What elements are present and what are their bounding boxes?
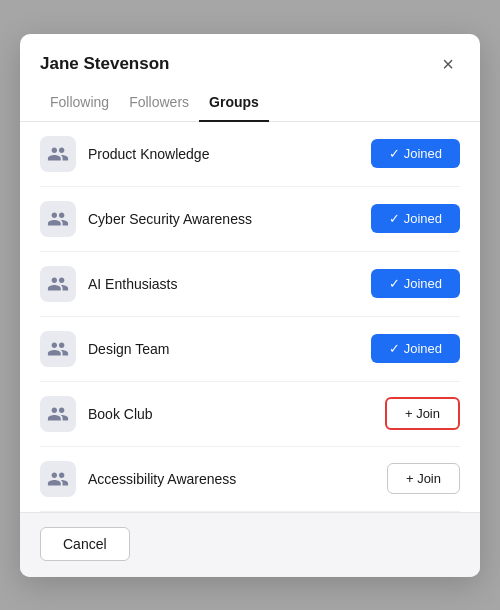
people-icon [47,338,69,360]
join-button[interactable]: + Join [385,397,460,430]
joined-button[interactable]: ✓ Joined [371,139,460,168]
group-icon [40,331,76,367]
modal: Jane Stevenson × Following Followers Gro… [20,34,480,577]
modal-title: Jane Stevenson [40,54,169,74]
list-item: Product Knowledge ✓ Joined [40,122,460,187]
close-button[interactable]: × [436,52,460,76]
tab-groups[interactable]: Groups [199,88,269,122]
group-name: Cyber Security Awareness [88,211,359,227]
list-item: AI Enthusiasts ✓ Joined [40,252,460,317]
group-name: Product Knowledge [88,146,359,162]
group-icon [40,396,76,432]
group-icon [40,136,76,172]
people-icon [47,208,69,230]
tab-followers[interactable]: Followers [119,88,199,122]
modal-header: Jane Stevenson × [20,34,480,76]
list-item: Design Team ✓ Joined [40,317,460,382]
group-name: AI Enthusiasts [88,276,359,292]
people-icon [47,143,69,165]
tab-following[interactable]: Following [40,88,119,122]
list-item: Accessibility Awareness + Join [40,447,460,512]
group-name: Book Club [88,406,373,422]
joined-button[interactable]: ✓ Joined [371,204,460,233]
group-name: Design Team [88,341,359,357]
group-icon [40,461,76,497]
cancel-button[interactable]: Cancel [40,527,130,561]
group-icon [40,266,76,302]
join-button[interactable]: + Join [387,463,460,494]
modal-footer: Cancel [20,512,480,577]
group-icon [40,201,76,237]
joined-button[interactable]: ✓ Joined [371,334,460,363]
tabs: Following Followers Groups [20,76,480,122]
joined-button[interactable]: ✓ Joined [371,269,460,298]
people-icon [47,468,69,490]
list-item: Cyber Security Awareness ✓ Joined [40,187,460,252]
group-name: Accessibility Awareness [88,471,375,487]
list-item: Book Club + Join [40,382,460,447]
group-list: Product Knowledge ✓ Joined Cyber Securit… [20,122,480,512]
people-icon [47,273,69,295]
people-icon [47,403,69,425]
